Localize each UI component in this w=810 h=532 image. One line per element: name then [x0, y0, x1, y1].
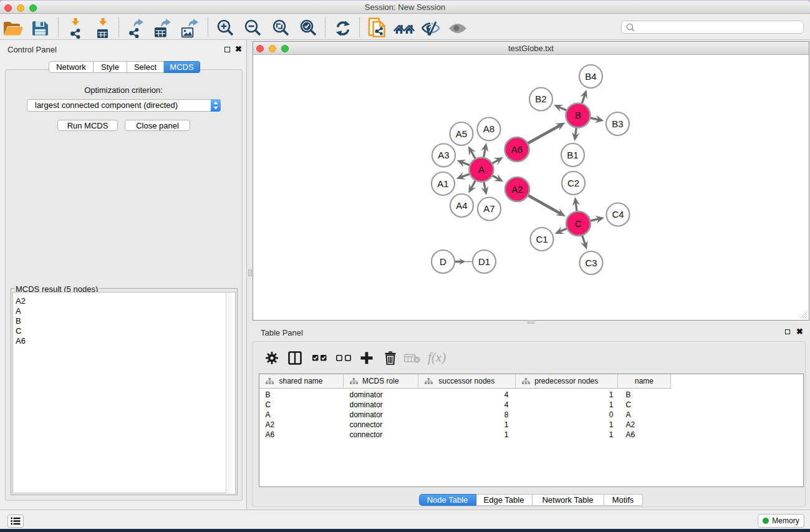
- svg-text:A8: A8: [483, 123, 494, 134]
- svg-text:A5: A5: [456, 128, 467, 139]
- svg-text:A6: A6: [511, 144, 523, 155]
- svg-text:A7: A7: [483, 203, 494, 214]
- svg-text:A3: A3: [438, 150, 449, 160]
- svg-text:D: D: [440, 256, 446, 267]
- svg-text:B3: B3: [612, 118, 623, 129]
- svg-text:D1: D1: [478, 256, 490, 267]
- svg-text:C2: C2: [567, 178, 579, 188]
- svg-text:C: C: [575, 218, 582, 229]
- svg-text:C4: C4: [612, 209, 624, 220]
- svg-text:B2: B2: [535, 94, 546, 104]
- svg-text:C3: C3: [585, 258, 597, 268]
- svg-text:A4: A4: [456, 200, 467, 211]
- svg-text:A: A: [478, 164, 485, 175]
- svg-text:B4: B4: [585, 71, 596, 82]
- svg-text:B: B: [575, 110, 581, 120]
- svg-text:B1: B1: [567, 150, 578, 160]
- svg-text:A2: A2: [511, 184, 523, 195]
- svg-text:A1: A1: [437, 178, 448, 189]
- svg-text:C1: C1: [536, 234, 547, 244]
